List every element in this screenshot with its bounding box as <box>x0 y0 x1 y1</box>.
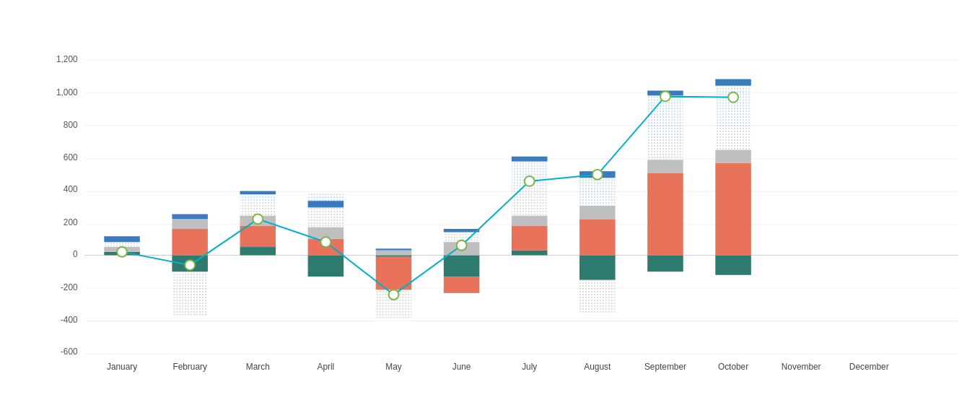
bar-apr-prsi <box>308 193 344 201</box>
bar-aug-vat <box>579 255 616 279</box>
bar-oct-vat <box>715 255 751 274</box>
bar-aug-incometax <box>579 280 616 313</box>
bar-jun-vat <box>444 255 480 277</box>
y-label-1200: 1,200 <box>56 54 78 64</box>
bar-sep-corp <box>647 173 683 256</box>
bar-aug-corp <box>579 219 616 255</box>
x-label-oct: October <box>718 362 748 372</box>
bar-aug-excise <box>579 206 616 219</box>
chart-svg: 1,200 1,000 800 600 400 200 0 -200 -400 … <box>51 14 966 413</box>
x-label-jan: January <box>107 362 137 372</box>
total-dot-sep <box>660 92 670 102</box>
bar-jul-incometax <box>512 186 548 216</box>
y-label-0: 0 <box>73 249 78 259</box>
total-dot-aug <box>592 170 603 180</box>
bar-oct-other <box>715 79 751 86</box>
total-dot-feb <box>185 260 195 270</box>
bar-oct-excise <box>715 150 751 163</box>
x-label-aug: August <box>584 362 611 372</box>
x-label-dec: December <box>849 362 889 372</box>
bar-may-vat <box>376 255 412 256</box>
bar-apr-other <box>308 201 344 207</box>
x-label-apr: April <box>318 362 335 372</box>
bar-jul-excise <box>512 216 548 226</box>
bar-aug-prsi <box>579 178 616 206</box>
bar-mar-prsi <box>240 194 276 202</box>
y-label-n400: -400 <box>61 315 78 325</box>
total-dot-mar <box>253 214 263 224</box>
bar-mar-other <box>240 191 276 195</box>
x-label-nov: November <box>782 362 821 372</box>
total-line <box>122 96 733 295</box>
bar-sep-incometax <box>647 144 683 160</box>
bar-apr-vat <box>308 255 344 277</box>
bar-oct-corp <box>715 163 751 256</box>
y-label-n200: -200 <box>61 282 78 292</box>
bar-jul-other <box>512 157 548 162</box>
bar-feb-incometax <box>172 271 208 316</box>
bar-jul-vat <box>512 251 548 256</box>
y-label-1000: 1,000 <box>56 87 78 97</box>
x-label-may: May <box>385 362 401 372</box>
x-label-jul: July <box>522 362 537 372</box>
bar-may-excise <box>376 251 412 256</box>
bar-may-other <box>376 248 412 250</box>
bar-sep-excise <box>647 160 683 173</box>
y-label-800: 800 <box>64 120 78 130</box>
total-dot-apr <box>320 237 331 247</box>
bar-jun-other <box>444 229 480 232</box>
y-label-600: 600 <box>64 152 78 162</box>
x-label-jun: June <box>452 362 471 372</box>
x-label-mar: March <box>246 362 270 372</box>
y-label-n600: -600 <box>61 347 78 357</box>
bar-mar-corp <box>240 225 276 247</box>
bar-jan-other <box>104 236 140 242</box>
bar-jul-corp <box>512 225 548 250</box>
bar-apr-incometax <box>308 207 344 227</box>
bar-feb-excise <box>172 219 208 229</box>
bar-mar-vat <box>240 247 276 255</box>
bar-oct-incometax <box>715 130 751 149</box>
total-dot-may <box>389 290 399 300</box>
x-label-sep: September <box>644 362 686 372</box>
total-dot-jan <box>117 247 127 257</box>
total-dot-oct <box>728 92 738 103</box>
x-label-feb: February <box>172 362 207 372</box>
bar-feb-other <box>172 214 208 219</box>
bar-jun-corp <box>444 277 480 293</box>
bar-feb-corp <box>172 229 208 255</box>
bar-sep-prsi <box>647 95 683 143</box>
total-dot-jun <box>457 240 467 251</box>
y-label-200: 200 <box>64 217 78 227</box>
bar-sep-vat <box>647 255 683 271</box>
total-dot-jul <box>525 176 535 186</box>
chart-container: 1,200 1,000 800 600 400 200 0 -200 -400 … <box>0 0 980 413</box>
y-label-400: 400 <box>64 184 78 194</box>
